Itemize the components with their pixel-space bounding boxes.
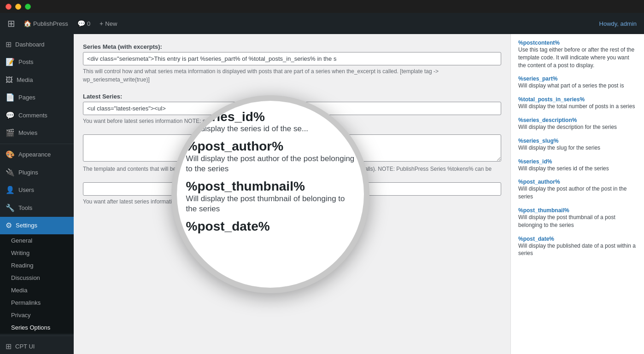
mag-token-post-date-name: %post_date% <box>186 220 355 234</box>
dashboard-icon: ⊞ <box>6 40 12 50</box>
sidebar-item-appearance-label: Appearance <box>18 151 51 159</box>
sidebar-sub-series-options[interactable]: Series Options <box>0 321 74 334</box>
sidebar-sub-reading[interactable]: Reading <box>0 259 74 272</box>
adminbar-new[interactable]: + New <box>95 13 122 34</box>
sidebar-item-appearance[interactable]: 🎨 Appearance <box>0 146 74 163</box>
sidebar-item-tools-label: Tools <box>18 204 32 212</box>
settings-submenu: General Writing Reading Discussion Media… <box>0 234 74 334</box>
close-button[interactable] <box>6 4 12 10</box>
minimize-button[interactable] <box>15 4 21 10</box>
adminbar-publishpress-label: PublishPress <box>33 20 68 27</box>
sidebar-item-settings-label: Settings <box>16 221 37 230</box>
token-total-posts-name: %total_posts_in_series% <box>518 96 637 103</box>
mag-token-post-author: %post_author% Will display the post auth… <box>186 139 355 174</box>
mag-token-post-date: %post_date% <box>186 220 355 234</box>
comment-icon: 💬 <box>77 20 85 27</box>
sidebar-item-dashboard[interactable]: ⊞ Dashboard <box>0 36 74 53</box>
token-series-slug-name: %series_slug% <box>518 138 637 144</box>
token-series-slug: %series_slug% Will display the slug for … <box>518 138 637 152</box>
sidebar-item-posts[interactable]: 📝 Posts <box>0 53 74 71</box>
token-series-description: %series_description% Will display the de… <box>518 117 637 131</box>
adminbar-comments[interactable]: 💬 0 <box>73 13 95 34</box>
movies-icon: 🎬 <box>6 128 15 138</box>
token-postcontent-name: %postcontent% <box>518 40 637 46</box>
right-panel: %postcontent% Use this tag either before… <box>510 34 644 354</box>
token-post-thumbnail: %post_thumbnail% Will display the post t… <box>518 207 637 229</box>
sidebar-sub-general[interactable]: General <box>0 234 74 247</box>
token-postcontent-desc: Use this tag either before or after the … <box>518 46 637 69</box>
token-post-date: %post_date% Will display the published d… <box>518 236 637 258</box>
sidebar-item-comments[interactable]: 💬 Comments <box>0 107 74 124</box>
sidebar-item-users[interactable]: 👤 Users <box>0 181 74 199</box>
token-series-part-desc: Will display what part of a series the p… <box>518 82 637 90</box>
token-postcontent: %postcontent% Use this tag either before… <box>518 40 637 69</box>
sidebar-sub-writing-label: Writing <box>11 250 29 256</box>
titlebar <box>0 0 644 13</box>
sidebar-sub-general-label: General <box>11 237 32 244</box>
sidebar-item-cpt-ui[interactable]: ⊞ CPT UI <box>0 338 74 354</box>
sidebar-sub-discussion[interactable]: Discussion <box>0 272 74 284</box>
sidebar-item-media[interactable]: 🖼 Media <box>0 71 74 89</box>
comments-icon: 💬 <box>6 110 15 121</box>
wordpress-logo[interactable]: ⊞ <box>7 18 15 29</box>
pages-icon: 📄 <box>6 93 15 103</box>
magnifier-content: %series_id% Will display the series id o… <box>177 101 364 288</box>
middle-panel: Series Meta (with excerpts): This will c… <box>74 34 510 354</box>
adminbar-new-label: New <box>105 20 117 27</box>
adminbar-publishpress[interactable]: 🏠 PublishPress <box>19 13 73 34</box>
plus-icon: + <box>100 20 103 27</box>
token-post-thumbnail-name: %post_thumbnail% <box>518 207 637 214</box>
sidebar-sub-reading-label: Reading <box>11 262 33 269</box>
token-post-date-name: %post_date% <box>518 236 637 242</box>
appearance-icon: 🎨 <box>6 150 15 160</box>
sidebar-item-movies[interactable]: 🎬 Movies <box>0 124 74 142</box>
sidebar-sub-privacy[interactable]: Privacy <box>0 309 74 321</box>
sidebar-item-settings[interactable]: ⚙ Settings <box>0 217 74 234</box>
sidebar: ⊞ Dashboard 📝 Posts 🖼 Media 📄 Pages 💬 Co… <box>0 34 74 354</box>
sidebar-item-dashboard-label: Dashboard <box>15 41 45 49</box>
token-post-date-desc: Will display the published date of a pos… <box>518 242 637 258</box>
mag-token-post-thumbnail-desc: Will display the post thumbnail of belon… <box>186 194 355 214</box>
sidebar-item-tools[interactable]: 🔧 Tools <box>0 199 74 217</box>
form-input-series-meta[interactable] <box>83 52 501 65</box>
sidebar-sub-series-options-label: Series Options <box>11 324 50 331</box>
sidebar-sub-privacy-label: Privacy <box>11 312 31 319</box>
sidebar-item-cpt-ui-label: CPT UI <box>15 342 35 351</box>
token-post-author-desc: Will display the post author of the post… <box>518 185 637 201</box>
mag-token-post-author-desc: Will display the post author of the post… <box>186 154 355 174</box>
settings-icon: ⚙ <box>6 221 12 231</box>
token-post-author-name: %post_author% <box>518 179 637 185</box>
sidebar-sub-discussion-label: Discussion <box>11 274 40 281</box>
sidebar-item-posts-label: Posts <box>18 58 34 66</box>
sidebar-divider-1 <box>0 144 74 144</box>
tools-icon: 🔧 <box>6 203 15 213</box>
mag-token-series-id-desc: Will display the series id of the se... <box>186 124 355 134</box>
token-series-part-name: %series_part% <box>518 75 637 82</box>
admin-bar: ⊞ 🏠 PublishPress 💬 0 + New Howdy, admin <box>0 13 644 34</box>
token-total-posts: %total_posts_in_series% Will display the… <box>518 96 637 110</box>
token-post-thumbnail-desc: Will display the post thumbnail of a pos… <box>518 214 637 229</box>
sidebar-item-movies-label: Movies <box>18 129 37 137</box>
sidebar-item-pages[interactable]: 📄 Pages <box>0 89 74 106</box>
token-series-slug-desc: Will display the slug for the series <box>518 144 637 152</box>
sidebar-sub-media[interactable]: Media <box>0 284 74 296</box>
adminbar-howdy-text: Howdy, admin <box>599 20 637 27</box>
magnifier-overlay: %series_id% Will display the series id o… <box>171 95 369 293</box>
form-label-series-meta: Series Meta (with excerpts): <box>83 43 501 50</box>
sidebar-sub-media-label: Media <box>11 287 27 294</box>
token-series-id: %series_id% Will display the series id o… <box>518 158 637 173</box>
sidebar-item-plugins[interactable]: 🔌 Plugins <box>0 164 74 181</box>
token-total-posts-desc: Will display the total number of posts i… <box>518 103 637 110</box>
maximize-button[interactable] <box>25 4 31 10</box>
sidebar-sub-permalinks[interactable]: Permalinks <box>0 296 74 309</box>
token-series-id-name: %series_id% <box>518 158 637 165</box>
main-content: Series Meta (with excerpts): This will c… <box>74 34 644 354</box>
token-post-author: %post_author% Will display the post auth… <box>518 179 637 201</box>
home-icon: 🏠 <box>23 20 31 27</box>
media-icon: 🖼 <box>6 75 13 85</box>
sidebar-sub-writing[interactable]: Writing <box>0 247 74 259</box>
token-series-description-name: %series_description% <box>518 117 637 123</box>
mag-token-post-author-name: %post_author% <box>186 139 355 154</box>
adminbar-howdy: Howdy, admin <box>599 20 637 27</box>
plugins-icon: 🔌 <box>6 168 15 178</box>
